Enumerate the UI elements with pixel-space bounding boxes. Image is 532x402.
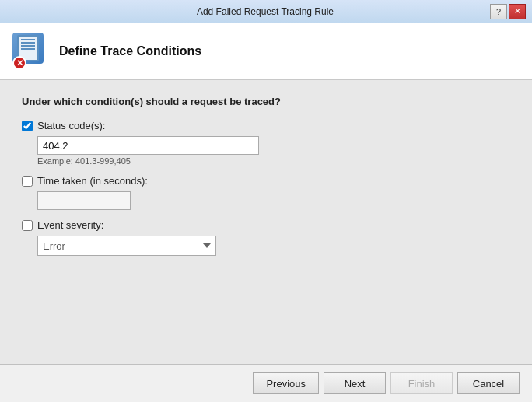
content-area: Under which condition(s) should a reques… [0,80,532,364]
question-label: Under which condition(s) should a reques… [22,96,510,107]
time-taken-label[interactable]: Time taken (in seconds): [37,175,148,187]
status-codes-checkbox[interactable] [22,121,33,131]
time-taken-checkbox-row: Time taken (in seconds): [22,175,510,187]
status-codes-checkbox-row: Status code(s): [22,120,510,131]
previous-button[interactable]: Previous [253,372,319,394]
event-severity-label[interactable]: Event severity: [37,219,103,231]
status-codes-label[interactable]: Status code(s): [37,120,105,131]
severity-select-row: Error Warning Critical Error Verbose [37,236,510,256]
event-severity-checkbox-row: Event severity: [22,219,510,231]
title-bar: Add Failed Request Tracing Rule ? ✕ [0,0,532,23]
status-codes-example: Example: 401.3-999,405 [37,156,510,166]
event-severity-select[interactable]: Error Warning Critical Error Verbose [37,236,216,256]
header-title: Define Trace Conditions [59,44,201,58]
help-button[interactable]: ? [490,4,507,19]
next-button[interactable]: Next [324,372,386,394]
finish-button[interactable]: Finish [390,372,453,394]
time-taken-input[interactable] [37,191,131,210]
header-icon: ✕ [12,33,50,70]
dialog-title: Add Failed Request Tracing Rule [40,6,490,17]
time-taken-checkbox[interactable] [22,176,33,187]
header-section: ✕ Define Trace Conditions [0,23,532,80]
event-severity-row: Event severity: Error Warning Critical E… [22,219,510,256]
cancel-button[interactable]: Cancel [457,372,520,394]
time-taken-row: Time taken (in seconds): [22,175,510,210]
window-controls: ? ✕ [490,4,526,19]
dialog-body: ✕ Define Trace Conditions Under which co… [0,23,532,402]
footer: Previous Next Finish Cancel [0,364,532,402]
status-codes-input[interactable] [37,136,259,155]
event-severity-checkbox[interactable] [22,220,33,231]
error-badge-icon: ✕ [12,56,26,70]
status-codes-row: Status code(s): Example: 401.3-999,405 [22,120,510,166]
close-button[interactable]: ✕ [509,4,526,19]
